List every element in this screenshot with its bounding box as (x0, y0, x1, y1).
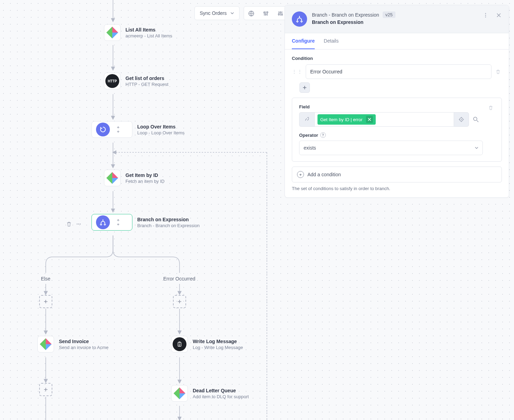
search-icon[interactable] (469, 112, 483, 127)
expand-icon (115, 215, 121, 230)
node-title: Send Invoice (59, 339, 108, 344)
svg-rect-17 (278, 14, 280, 15)
node-get-item-by-id[interactable]: Get Item by ID Fetch an item by ID (104, 170, 165, 186)
panel-breadcrumb: Branch - Branch on Expression (312, 12, 379, 18)
operator-label: Operator (299, 133, 318, 138)
branch-label-else: Else (41, 276, 50, 282)
acmeerp-icon (174, 387, 185, 399)
node-write-log-message[interactable]: Write Log Message Log - Write Log Messag… (171, 336, 243, 352)
operator-select[interactable]: exists (299, 141, 483, 155)
node-title: List All Items (125, 27, 172, 33)
node-title: Get Item by ID (125, 172, 165, 178)
svg-point-31 (485, 17, 486, 18)
expand-icon (115, 122, 121, 137)
tab-configure[interactable]: Configure (292, 33, 315, 49)
svg-point-24 (77, 224, 78, 225)
globe-icon[interactable] (244, 7, 259, 20)
node-list-all-items[interactable]: List All Items acmeerp - List All Items (104, 24, 172, 41)
svg-point-29 (485, 13, 486, 14)
more-icon[interactable] (480, 10, 491, 20)
field-input[interactable]: Get Item by ID | error (314, 112, 454, 127)
trash-icon[interactable] (494, 69, 502, 74)
add-button[interactable] (299, 82, 310, 93)
clipboard-icon (173, 337, 186, 351)
add-condition-button[interactable]: + Add a condition (292, 167, 502, 182)
plus-circle-icon: + (297, 171, 304, 178)
node-subtitle: Log - Write Log Message (193, 345, 243, 350)
help-text: The set of conditions to satisfy in orde… (292, 186, 502, 191)
drag-handle-icon[interactable]: ⋮⋮ (292, 69, 303, 74)
target-icon[interactable] (454, 112, 469, 127)
remove-chip-icon[interactable] (366, 116, 373, 123)
path-icon[interactable] (299, 112, 314, 127)
svg-point-25 (78, 224, 79, 225)
add-step-placeholder[interactable] (173, 295, 186, 308)
more-icon[interactable] (76, 221, 82, 227)
field-label: Field (299, 104, 483, 109)
add-step-placeholder[interactable] (39, 383, 52, 396)
add-step-placeholder[interactable] (39, 295, 52, 308)
trash-icon[interactable] (487, 105, 495, 110)
svg-point-26 (80, 224, 81, 225)
node-hover-actions (66, 221, 82, 227)
node-title: Branch on Expression (137, 217, 200, 222)
svg-point-14 (264, 12, 265, 14)
close-icon[interactable] (494, 10, 504, 20)
field-reference-chip[interactable]: Get Item by ID | error (317, 114, 376, 125)
node-subtitle: Send an invoice to Acme (59, 345, 108, 350)
http-icon: HTTP (105, 74, 119, 88)
condition-label: Condition (292, 56, 502, 61)
panel-title: Branch on Expression (312, 19, 395, 25)
acmeerp-icon (40, 338, 52, 350)
svg-point-30 (485, 15, 486, 16)
config-panel: Branch - Branch on Expression v25 Branch… (285, 5, 509, 198)
node-subtitle: acmeerp - List All Items (125, 33, 172, 38)
svg-point-33 (461, 119, 462, 120)
node-title: Write Log Message (193, 339, 243, 344)
node-branch-on-expression[interactable]: Branch on Expression Branch - Branch on … (92, 214, 200, 231)
svg-point-16 (267, 12, 268, 13)
branch-icon (292, 11, 307, 27)
acmeerp-icon (106, 27, 118, 38)
svg-rect-19 (281, 14, 283, 15)
node-loop-over-items[interactable]: Loop Over Items Loop - Loop Over Items (92, 121, 185, 138)
condition-name-input[interactable] (306, 64, 491, 79)
node-subtitle: Loop - Loop Over Items (137, 130, 185, 135)
chevron-down-icon (475, 146, 478, 150)
svg-point-15 (265, 14, 267, 15)
branch-icon (96, 215, 110, 229)
svg-rect-18 (280, 12, 281, 13)
trash-icon[interactable] (66, 221, 72, 227)
chevron-down-icon (230, 11, 234, 15)
flow-connectors (0, 0, 284, 420)
svg-point-34 (473, 117, 477, 120)
node-subtitle: HTTP - GET Request (125, 82, 168, 87)
node-title: Get list of orders (125, 75, 168, 81)
workflow-name: Sync Orders (200, 10, 227, 16)
loop-icon (96, 123, 110, 136)
node-get-list-of-orders[interactable]: HTTP Get list of orders HTTP - GET Reque… (104, 73, 168, 89)
node-subtitle: Add item to DLQ for support (193, 394, 249, 399)
sliders-icon[interactable] (259, 7, 273, 20)
node-subtitle: Fetch an item by ID (125, 179, 165, 184)
svg-rect-28 (178, 342, 180, 343)
node-title: Dead Letter Queue (193, 388, 249, 393)
workflow-selector[interactable]: Sync Orders (194, 6, 239, 20)
node-dead-letter-queue[interactable]: Dead Letter Queue Add item to DLQ for su… (171, 385, 249, 402)
node-title: Loop Over Items (137, 124, 185, 129)
help-icon[interactable]: ? (320, 132, 326, 138)
acmeerp-icon (106, 172, 118, 184)
version-badge: v25 (383, 11, 395, 18)
tab-details[interactable]: Details (324, 33, 339, 49)
node-send-invoice[interactable]: Send Invoice Send an invoice to Acme (37, 336, 108, 352)
node-subtitle: Branch - Branch on Expression (137, 223, 200, 228)
branch-label-error: Error Occurred (163, 276, 195, 282)
